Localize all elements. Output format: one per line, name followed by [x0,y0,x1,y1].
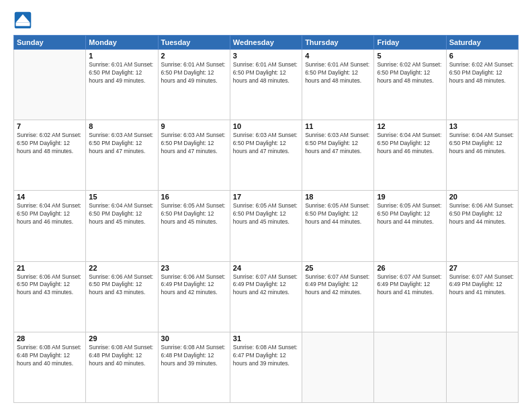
day-number: 27 [449,264,515,272]
day-number: 11 [305,122,371,130]
calendar-cell: 19Sunrise: 6:05 AM Sunset: 6:50 PM Dayli… [374,191,446,261]
day-info: Sunrise: 6:06 AM Sunset: 6:49 PM Dayligh… [161,273,227,298]
day-info: Sunrise: 6:04 AM Sunset: 6:50 PM Dayligh… [17,202,83,226]
day-info: Sunrise: 6:06 AM Sunset: 6:50 PM Dayligh… [89,273,154,298]
day-info: Sunrise: 6:07 AM Sunset: 6:49 PM Dayligh… [377,273,443,298]
calendar-cell: 23Sunrise: 6:06 AM Sunset: 6:49 PM Dayli… [158,261,230,332]
day-number: 9 [161,122,227,130]
week-row-3: 14Sunrise: 6:04 AM Sunset: 6:50 PM Dayli… [14,191,519,261]
day-number: 24 [233,264,299,272]
day-number: 13 [449,122,515,130]
calendar-table: SundayMondayTuesdayWednesdayThursdayFrid… [13,35,519,403]
calendar-cell: 6Sunrise: 6:02 AM Sunset: 6:50 PM Daylig… [446,50,518,120]
day-number: 10 [233,122,299,130]
day-info: Sunrise: 6:07 AM Sunset: 6:49 PM Dayligh… [305,273,371,298]
day-number: 1 [89,52,154,60]
day-info: Sunrise: 6:04 AM Sunset: 6:50 PM Dayligh… [449,132,515,156]
day-info: Sunrise: 6:07 AM Sunset: 6:49 PM Dayligh… [449,273,515,298]
day-number: 18 [305,193,371,201]
day-number: 8 [89,122,154,130]
day-info: Sunrise: 6:05 AM Sunset: 6:50 PM Dayligh… [377,202,443,226]
day-info: Sunrise: 6:01 AM Sunset: 6:50 PM Dayligh… [305,61,371,85]
day-info: Sunrise: 6:07 AM Sunset: 6:49 PM Dayligh… [233,273,299,298]
day-number: 16 [161,193,227,201]
calendar-cell: 31Sunrise: 6:08 AM Sunset: 6:47 PM Dayli… [230,332,302,402]
day-info: Sunrise: 6:03 AM Sunset: 6:50 PM Dayligh… [233,132,299,156]
calendar-cell: 2Sunrise: 6:01 AM Sunset: 6:50 PM Daylig… [158,50,230,120]
calendar-cell: 3Sunrise: 6:01 AM Sunset: 6:50 PM Daylig… [230,50,302,120]
calendar-cell [14,50,86,120]
calendar-cell: 22Sunrise: 6:06 AM Sunset: 6:50 PM Dayli… [86,261,158,332]
day-info: Sunrise: 6:03 AM Sunset: 6:50 PM Dayligh… [161,132,227,156]
day-info: Sunrise: 6:01 AM Sunset: 6:50 PM Dayligh… [233,61,299,85]
calendar-cell: 21Sunrise: 6:06 AM Sunset: 6:50 PM Dayli… [14,261,86,332]
day-number: 23 [161,264,227,272]
calendar-cell: 16Sunrise: 6:05 AM Sunset: 6:50 PM Dayli… [158,191,230,261]
day-number: 31 [233,334,299,342]
calendar-cell [374,332,446,402]
calendar-cell [302,332,374,402]
header [13,11,519,30]
day-info: Sunrise: 6:05 AM Sunset: 6:50 PM Dayligh… [305,202,371,226]
day-number: 4 [305,52,371,60]
day-number: 25 [305,264,371,272]
week-row-5: 28Sunrise: 6:08 AM Sunset: 6:48 PM Dayli… [14,332,519,402]
day-number: 3 [233,52,299,60]
day-info: Sunrise: 6:03 AM Sunset: 6:50 PM Dayligh… [305,132,371,156]
day-number: 14 [17,193,83,201]
calendar-cell: 5Sunrise: 6:02 AM Sunset: 6:50 PM Daylig… [374,50,446,120]
calendar-cell: 12Sunrise: 6:04 AM Sunset: 6:50 PM Dayli… [374,120,446,191]
day-number: 7 [17,122,83,130]
day-number: 22 [89,264,154,272]
day-number: 12 [377,122,443,130]
day-info: Sunrise: 6:04 AM Sunset: 6:50 PM Dayligh… [377,132,443,156]
col-header-wednesday: Wednesday [230,36,302,50]
col-header-monday: Monday [86,36,158,50]
col-header-sunday: Sunday [14,36,86,50]
day-info: Sunrise: 6:05 AM Sunset: 6:50 PM Dayligh… [161,202,227,226]
calendar-cell: 30Sunrise: 6:08 AM Sunset: 6:48 PM Dayli… [158,332,230,402]
calendar-cell: 10Sunrise: 6:03 AM Sunset: 6:50 PM Dayli… [230,120,302,191]
day-info: Sunrise: 6:01 AM Sunset: 6:50 PM Dayligh… [89,61,154,85]
day-info: Sunrise: 6:08 AM Sunset: 6:48 PM Dayligh… [17,344,83,368]
calendar-cell: 20Sunrise: 6:06 AM Sunset: 6:50 PM Dayli… [446,191,518,261]
week-row-2: 7Sunrise: 6:02 AM Sunset: 6:50 PM Daylig… [14,120,519,191]
page: SundayMondayTuesdayWednesdayThursdayFrid… [0,0,532,411]
day-info: Sunrise: 6:02 AM Sunset: 6:50 PM Dayligh… [377,61,443,85]
day-number: 19 [377,193,443,201]
day-number: 15 [89,193,154,201]
day-info: Sunrise: 6:08 AM Sunset: 6:48 PM Dayligh… [161,344,227,368]
col-header-saturday: Saturday [446,36,518,50]
day-number: 21 [17,264,83,272]
calendar-cell: 8Sunrise: 6:03 AM Sunset: 6:50 PM Daylig… [86,120,158,191]
calendar-cell: 24Sunrise: 6:07 AM Sunset: 6:49 PM Dayli… [230,261,302,332]
calendar-cell: 11Sunrise: 6:03 AM Sunset: 6:50 PM Dayli… [302,120,374,191]
day-number: 17 [233,193,299,201]
day-info: Sunrise: 6:02 AM Sunset: 6:50 PM Dayligh… [449,61,515,85]
day-number: 5 [377,52,443,60]
calendar-cell [446,332,518,402]
calendar-cell: 1Sunrise: 6:01 AM Sunset: 6:50 PM Daylig… [86,50,158,120]
day-info: Sunrise: 6:04 AM Sunset: 6:50 PM Dayligh… [89,202,154,226]
calendar-cell: 9Sunrise: 6:03 AM Sunset: 6:50 PM Daylig… [158,120,230,191]
day-info: Sunrise: 6:06 AM Sunset: 6:50 PM Dayligh… [17,273,83,298]
col-header-friday: Friday [374,36,446,50]
day-info: Sunrise: 6:01 AM Sunset: 6:50 PM Dayligh… [161,61,227,85]
day-info: Sunrise: 6:08 AM Sunset: 6:48 PM Dayligh… [89,344,154,368]
calendar-cell: 18Sunrise: 6:05 AM Sunset: 6:50 PM Dayli… [302,191,374,261]
calendar-cell: 4Sunrise: 6:01 AM Sunset: 6:50 PM Daylig… [302,50,374,120]
day-info: Sunrise: 6:05 AM Sunset: 6:50 PM Dayligh… [233,202,299,226]
day-number: 30 [161,334,227,342]
day-number: 26 [377,264,443,272]
calendar-cell: 28Sunrise: 6:08 AM Sunset: 6:48 PM Dayli… [14,332,86,402]
day-number: 6 [449,52,515,60]
svg-rect-2 [16,23,30,26]
calendar-cell: 29Sunrise: 6:08 AM Sunset: 6:48 PM Dayli… [86,332,158,402]
week-row-4: 21Sunrise: 6:06 AM Sunset: 6:50 PM Dayli… [14,261,519,332]
day-info: Sunrise: 6:02 AM Sunset: 6:50 PM Dayligh… [17,132,83,156]
col-header-tuesday: Tuesday [158,36,230,50]
day-info: Sunrise: 6:08 AM Sunset: 6:47 PM Dayligh… [233,344,299,368]
day-info: Sunrise: 6:06 AM Sunset: 6:50 PM Dayligh… [449,202,515,226]
calendar-cell: 25Sunrise: 6:07 AM Sunset: 6:49 PM Dayli… [302,261,374,332]
day-number: 20 [449,193,515,201]
